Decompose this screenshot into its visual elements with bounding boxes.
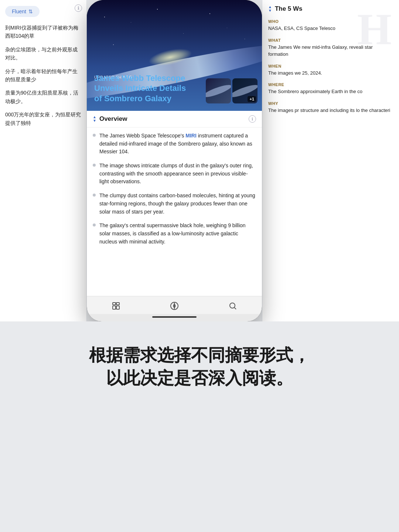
nav-compass-icon[interactable] — [163, 300, 186, 312]
what-row: WHAT The James We new mid-infra Galaxy, … — [268, 38, 393, 58]
left-para-2: 杂的尘埃团块，与之前外观形成对比。 — [5, 45, 81, 62]
who-row: WHO NASA, ESA, CS Space Telesco — [268, 19, 393, 32]
hero-thumb-2[interactable]: +1 — [232, 78, 258, 103]
when-row: WHEN The images we 25, 2024. — [268, 64, 393, 77]
why-row: WHY The images pr structure and includin… — [268, 101, 393, 114]
home-bar — [152, 316, 197, 318]
hero-thumbnails: +1 — [206, 78, 258, 103]
home-indicator — [87, 314, 262, 321]
svg-marker-6 — [174, 306, 175, 308]
tab-arrows-icon[interactable]: ▲ ▼ — [93, 115, 96, 123]
five-ws-header: ▲ ▼ The 5 Ws — [268, 5, 393, 13]
center-panel: UPDATED 5H AGO James Webb Telescope Unve… — [87, 0, 262, 321]
right-panel-inner: ▲ ▼ The 5 Ws WHO NASA, ESA, CS Space Tel… — [262, 0, 399, 125]
bullet-dot-4 — [93, 224, 96, 226]
svg-marker-5 — [174, 303, 175, 306]
bullet-item-2: The image shows intricate clumps of dust… — [93, 162, 256, 186]
bottom-line-1: 根据需求选择不同摘要形式， — [30, 344, 369, 366]
bullet-dot-3 — [93, 194, 96, 197]
what-text: The James We new mid-infra Galaxy, revea… — [268, 44, 393, 58]
who-text: NASA, ESA, CS Space Telesco — [268, 25, 393, 32]
left-para-3: 分子，暗示着年轻的恒每年产生的恒星质量少 — [5, 67, 81, 84]
who-label: WHO — [268, 19, 393, 24]
bullet-dot-1 — [93, 134, 96, 137]
svg-point-7 — [230, 303, 235, 308]
bullet-item-3: The clumpy dust contains carbon-based mo… — [93, 192, 256, 216]
svg-rect-3 — [116, 306, 119, 309]
left-panel-content: 到MIRI仪器捕捉到了详被称为梅西耶104的草 杂的尘埃团块，与之前外观形成对比… — [5, 24, 81, 127]
hero-title: James Webb Telescope Unveils Intricate D… — [94, 73, 195, 104]
article-bullets: The James Webb Space Telescope's MIRI in… — [87, 127, 262, 296]
fluent-label: Fluent — [12, 8, 26, 14]
fluent-sort-icon: ⇅ — [28, 8, 33, 14]
left-para-4: 质量为90亿倍太阳质星系核，活动极少。 — [5, 89, 81, 105]
miri-link[interactable]: MIRI — [185, 133, 197, 139]
five-ws-arrows-icon[interactable]: ▲ ▼ — [268, 5, 272, 13]
article-tabs-bar: ▲ ▼ Overview ℹ — [87, 111, 262, 127]
when-label: WHEN — [268, 64, 393, 68]
svg-rect-0 — [113, 303, 116, 305]
bottom-line-2: 以此决定是否深入阅读。 — [30, 366, 369, 389]
bottom-text-section: 根据需求选择不同摘要形式， 以此决定是否深入阅读。 — [0, 321, 399, 412]
article-content: ▲ ▼ Overview ℹ The James Webb Space Tele… — [87, 111, 262, 296]
svg-rect-1 — [113, 306, 116, 309]
left-panel: ℹ Fluent ⇅ 到MIRI仪器捕捉到了详被称为梅西耶104的草 杂的尘埃团… — [0, 0, 87, 321]
why-label: WHY — [268, 101, 393, 106]
fluent-button[interactable]: Fluent ⇅ — [5, 6, 40, 17]
plus-badge: +1 — [248, 96, 256, 102]
nav-menu-icon[interactable] — [104, 300, 128, 312]
svg-line-8 — [235, 308, 236, 310]
tab-info-icon[interactable]: ℹ — [249, 115, 256, 123]
panels-container: ℹ Fluent ⇅ 到MIRI仪器捕捉到了详被称为梅西耶104的草 杂的尘埃团… — [0, 0, 399, 321]
article-hero: UPDATED 5H AGO James Webb Telescope Unve… — [87, 0, 262, 111]
bullet-text-2: The image shows intricate clumps of dust… — [99, 162, 256, 186]
where-row: WHERE The Sombrero approximately Earth i… — [268, 82, 393, 95]
tab-overview-title[interactable]: Overview — [99, 115, 249, 123]
why-text: The images pr structure and including it… — [268, 107, 393, 114]
phone-nav — [87, 296, 262, 314]
bullet-item-1: The James Webb Space Telescope's MIRI in… — [93, 132, 256, 156]
hero-thumb-1[interactable] — [206, 78, 231, 103]
when-text: The images we 25, 2024. — [268, 69, 393, 77]
svg-rect-2 — [116, 303, 119, 305]
five-ws-title: The 5 Ws — [275, 5, 303, 13]
bullet-item-4: The galaxy's central supermassive black … — [93, 222, 256, 246]
where-label: WHERE — [268, 82, 393, 87]
what-label: WHAT — [268, 38, 393, 42]
phone-mockup: UPDATED 5H AGO James Webb Telescope Unve… — [87, 0, 262, 321]
where-text: The Sombrero approximately Earth in the … — [268, 88, 393, 95]
left-info-icon[interactable]: ℹ — [75, 4, 82, 12]
hero-title-accent: Sombrero Galaxy — [104, 94, 171, 103]
bullet-text-1: The James Webb Space Telescope's MIRI in… — [99, 132, 256, 156]
bullet-dot-2 — [93, 164, 96, 167]
nav-search-icon[interactable] — [221, 300, 245, 312]
page-wrapper: ℹ Fluent ⇅ 到MIRI仪器捕捉到了详被称为梅西耶104的草 杂的尘埃团… — [0, 0, 399, 532]
left-para-5: 000万光年的室女座，为恒星研究提供了独特 — [5, 110, 81, 127]
right-panel: H ▲ ▼ The 5 Ws WHO NASA, ESA, CS Space T… — [262, 0, 399, 321]
bullet-1-before: The James Webb Space Telescope's — [99, 133, 185, 139]
bullet-text-3: The clumpy dust contains carbon-based mo… — [99, 192, 256, 216]
bullet-text-4: The galaxy's central supermassive black … — [99, 222, 256, 246]
left-para-1: 到MIRI仪器捕捉到了详被称为梅西耶104的草 — [5, 24, 81, 40]
